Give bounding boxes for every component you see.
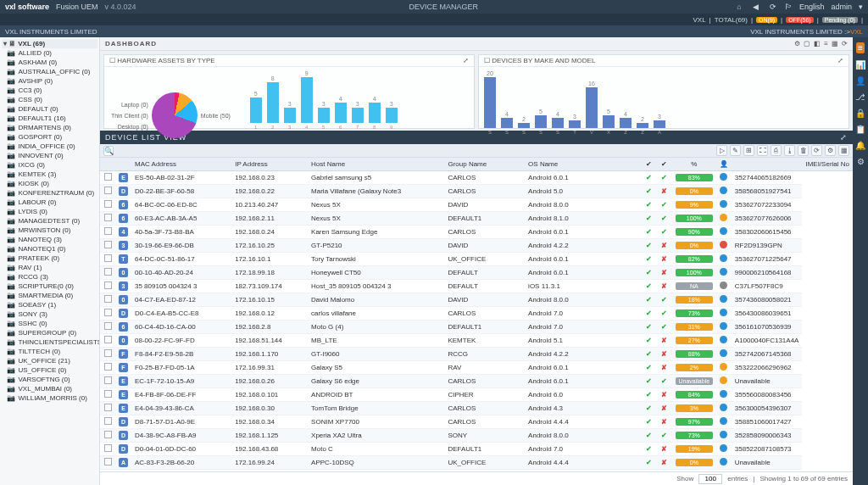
tree-item[interactable]: 📷INDIA_OFFICE (0): [2, 142, 97, 151]
table-row[interactable]: 0 04-C7-EA-ED-87-12 172.16.10.15 David M…: [100, 293, 853, 307]
row-checkbox[interactable]: [104, 295, 112, 303]
table-row[interactable]: 6 64-BC-0C-06-ED-8C 10.213.40.247 Nexus …: [100, 198, 853, 212]
toolbar-btn[interactable]: ⭳: [784, 145, 795, 156]
tree-item[interactable]: 📷LYDIS (0): [2, 207, 97, 216]
tree-item[interactable]: 📷SCRIPTURE(0 (0): [2, 282, 97, 291]
row-checkbox[interactable]: [104, 200, 112, 208]
table-row[interactable]: E E4-FB-8F-06-DE-FF 192.168.0.101 ANDROI…: [100, 388, 853, 402]
row-checkbox[interactable]: [104, 390, 112, 398]
col-header[interactable]: ✔: [642, 158, 657, 171]
row-checkbox[interactable]: [104, 227, 112, 235]
tree-item[interactable]: 📷VXL_MUMBAI (0): [2, 384, 97, 393]
table-row[interactable]: D D0-22-BE-3F-60-58 192.168.0.22 Maria V…: [100, 185, 853, 198]
tree-item[interactable]: 📷DEFAULT1 (16): [2, 114, 97, 123]
row-checkbox[interactable]: [104, 458, 112, 465]
tree-item[interactable]: 📷UK_OFFICE (21): [2, 356, 97, 365]
tree-item[interactable]: 📷CSS (0): [2, 95, 97, 104]
breadcrumb-org2[interactable]: VXL: [850, 28, 863, 36]
tree-item[interactable]: 📷SSHC (0): [2, 319, 97, 328]
tree-item[interactable]: 📷CC3 (0): [2, 86, 97, 95]
tree-item[interactable]: 📷GOSPORT (0): [2, 132, 97, 142]
row-checkbox[interactable]: [104, 173, 112, 181]
tree-item[interactable]: 📷DRMARTENS (0): [2, 123, 97, 132]
tree-item[interactable]: 📷KEMTEK (3): [2, 170, 97, 179]
row-checkbox[interactable]: [104, 282, 112, 289]
col-header[interactable]: ✔: [657, 158, 672, 171]
table-row[interactable]: T 64-DC-0C-51-86-17 172.16.10.1 Tory Tar…: [100, 253, 853, 266]
tree-item[interactable]: 📷ASKHAM (0): [2, 58, 97, 67]
lang-flag-icon[interactable]: 🏳: [785, 3, 793, 11]
row-checkbox[interactable]: [104, 241, 112, 248]
row-checkbox[interactable]: [104, 376, 112, 384]
tree-item[interactable]: 📷KONFERENZTRAUM (0): [2, 188, 97, 198]
dash-tool-icon[interactable]: ⟳: [842, 40, 848, 47]
dash-tool-icon[interactable]: ≡: [824, 40, 828, 47]
tree-item[interactable]: 📷INNOVENT (0): [2, 151, 97, 160]
tree-item[interactable]: 📷AUSTRALIA_OFFIC (0): [2, 67, 97, 76]
expand-icon[interactable]: ⤢: [463, 57, 469, 64]
row-checkbox[interactable]: [104, 322, 112, 330]
tree-item[interactable]: 📷LABOUR (0): [2, 198, 97, 207]
dash-tool-icon[interactable]: ⚙: [794, 40, 800, 47]
toolbar-btn[interactable]: ⟳: [811, 145, 822, 156]
table-row[interactable]: E ES-50-AB-02-31-2F 192.168.0.23 Gabriel…: [100, 171, 853, 185]
user-label[interactable]: admin: [831, 3, 852, 11]
table-row[interactable]: E EC-1F-72-10-15-A9 192.168.0.26 Galaxy …: [100, 375, 853, 388]
rail-lock-icon[interactable]: 🔒: [855, 109, 865, 118]
row-checkbox[interactable]: [104, 431, 112, 438]
tree-item[interactable]: 📷ALLIED (0): [2, 48, 97, 58]
col-header[interactable]: OS Name: [525, 158, 642, 171]
row-checkbox[interactable]: [104, 444, 112, 452]
chevron-down-icon[interactable]: ▾: [859, 3, 863, 11]
col-header[interactable]: 👤: [716, 158, 732, 171]
table-row[interactable]: 3 35 809105 004324 3 182.73.109.174 Host…: [100, 280, 853, 293]
dash-tool-icon[interactable]: ◧: [814, 40, 821, 47]
rail-gear-icon[interactable]: ⚙: [857, 157, 865, 166]
rail-template-icon[interactable]: 📋: [855, 125, 865, 134]
row-checkbox[interactable]: [104, 363, 112, 371]
toolbar-btn[interactable]: 🗑: [798, 145, 809, 156]
page-size-input[interactable]: [698, 474, 722, 484]
row-checkbox[interactable]: [104, 404, 112, 411]
search-icon[interactable]: 🔍: [103, 146, 114, 156]
rail-bell-icon[interactable]: 🔔: [855, 141, 865, 150]
tree-item[interactable]: 📷IXCG (0): [2, 160, 97, 170]
dash-tool-icon[interactable]: ▦: [832, 40, 838, 47]
table-row[interactable]: 3 30-19-66-E9-66-DB 172.16.10.25 GT-P521…: [100, 239, 853, 253]
toolbar-btn[interactable]: ⎙: [771, 145, 782, 156]
expand-icon[interactable]: ⤢: [837, 57, 843, 64]
col-header[interactable]: MAC Address: [131, 158, 231, 171]
tree-item[interactable]: 📷SONY (3): [2, 309, 97, 319]
tree-item[interactable]: 📷VARSOFTNG (0): [2, 375, 97, 384]
tree-root[interactable]: ▾ 🖥VXL (69): [2, 39, 97, 48]
row-checkbox[interactable]: [104, 309, 112, 316]
home-icon[interactable]: ⌂: [734, 3, 744, 11]
back-icon[interactable]: ◀: [751, 3, 761, 11]
tree-item[interactable]: 📷KIOSK (0): [2, 179, 97, 188]
row-checkbox[interactable]: [104, 254, 112, 262]
col-header[interactable]: [115, 158, 131, 171]
tree-item[interactable]: 📷SMARTMEDIA (0): [2, 291, 97, 300]
col-header[interactable]: IMEI/Serial No: [802, 158, 853, 171]
table-row[interactable]: 4 40-5a-3F-73-B8-BA 192.168.0.24 Karen S…: [100, 226, 853, 239]
col-header[interactable]: %: [672, 158, 716, 171]
row-checkbox[interactable]: [104, 417, 112, 425]
tree-item[interactable]: 📷NANOTEQ1 (0): [2, 244, 97, 254]
rail-user-icon[interactable]: 👤: [855, 76, 865, 86]
col-header[interactable]: Host Name: [308, 158, 444, 171]
table-row[interactable]: F F0-25-B7-FD-05-1A 172.16.99.31 Galaxy …: [100, 361, 853, 375]
rail-branch-icon[interactable]: ⎇: [855, 92, 865, 102]
col-header[interactable]: Group Name: [444, 158, 525, 171]
tree-item[interactable]: 📷THINCLIENTSPECIALISTS (0): [2, 337, 97, 347]
table-row[interactable]: F F8-84-F2-E9-58-2B 192.168.1.170 GT-I90…: [100, 348, 853, 361]
refresh-icon[interactable]: ⟳: [768, 3, 778, 11]
toolbar-btn[interactable]: ▦: [838, 145, 849, 156]
table-row[interactable]: E E4-04-39-43-86-CA 192.168.0.30 TomTom …: [100, 402, 853, 415]
dash-tool-icon[interactable]: ▢: [804, 40, 810, 47]
row-checkbox[interactable]: [104, 349, 112, 357]
row-checkbox[interactable]: [104, 214, 112, 221]
table-row[interactable]: D D0-C4-EA-B5-CC-E8 192.168.0.12 carlos …: [100, 307, 853, 321]
table-row[interactable]: A AC-83-F3-2B-66-20 172.16.99.24 APPC-10…: [100, 456, 853, 470]
table-row[interactable]: D D8-71-57-D1-A0-9E 192.168.0.34 SONIM X…: [100, 415, 853, 429]
toolbar-btn[interactable]: ▷: [716, 145, 727, 156]
